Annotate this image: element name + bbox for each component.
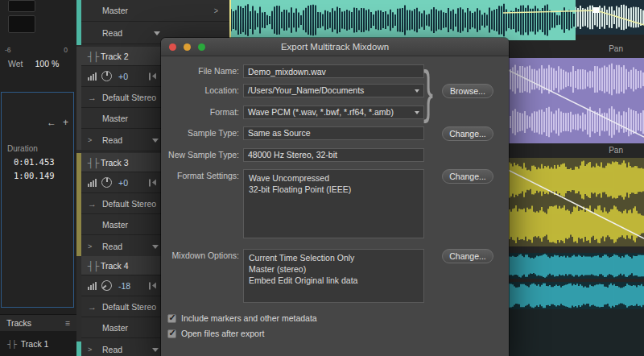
- meter-icon: [88, 72, 97, 81]
- bus-value: Master: [102, 114, 128, 123]
- clip-teal-strip-2[interactable]: [503, 282, 644, 309]
- checkbox-checked-icon: ✓: [167, 329, 176, 338]
- format-settings-label: Format Settings:: [161, 171, 239, 180]
- dialog-title: Export Multitrack Mixdown: [161, 42, 509, 52]
- tracks-panel-header: Tracks ≡: [0, 314, 76, 331]
- format-settings-box: Wave Uncompressed 32-bit Floating Point …: [243, 169, 424, 238]
- chevron-right-icon: >: [88, 136, 92, 144]
- track-name: Track 3: [101, 158, 129, 168]
- automation-mode-value: Read: [102, 345, 122, 354]
- new-sample-type-field: 48000 Hz Stereo, 32-bit: [243, 148, 424, 162]
- browse-button[interactable]: Browse...: [442, 84, 493, 98]
- add-icon[interactable]: +: [63, 117, 68, 128]
- meter-scale: -6 0: [5, 46, 68, 54]
- bus-value: Master: [102, 6, 128, 15]
- mixdown-options-box: Current Time Selection Only Master (ster…: [243, 249, 424, 303]
- dialog-titlebar[interactable]: Export Multitrack Mixdown: [161, 38, 509, 56]
- level-meter: [8, 0, 35, 12]
- format-dropdown[interactable]: Wave PCM (*.wav, *.bwf, *.rf64, *.amb): [243, 106, 424, 119]
- location-label: Location:: [161, 85, 239, 95]
- gain-value[interactable]: +0: [118, 178, 128, 188]
- clip-teal-strip-1[interactable]: [503, 253, 644, 279]
- new-sample-type-label: New Sample Type:: [161, 150, 239, 159]
- format-label: Format:: [161, 107, 239, 117]
- pan-control-icon[interactable]: [149, 72, 156, 80]
- sample-type-field: Same as Source: [243, 126, 424, 140]
- file-name-input[interactable]: [243, 64, 424, 78]
- format-settings-line: Wave Uncompressed: [249, 172, 419, 184]
- track-name: Track 2: [101, 52, 129, 61]
- location-dropdown[interactable]: /Users/Your_Name/Documents: [243, 84, 424, 97]
- mixdown-options-change-button[interactable]: Change...: [442, 249, 493, 263]
- audition-app-window: Pan Pan: [0, 0, 644, 356]
- track-icon: ┤├: [88, 52, 99, 61]
- sample-type-label: Sample Type:: [161, 128, 239, 138]
- checkbox-label: Include markers and other metadata: [181, 313, 317, 323]
- meter-icon: [88, 282, 97, 290]
- waveform: [503, 282, 644, 309]
- output-arrow-icon: →: [88, 93, 97, 102]
- chevron-right-icon: >: [214, 6, 218, 16]
- gain-value[interactable]: -18: [118, 281, 130, 291]
- volume-knob[interactable]: [99, 278, 114, 292]
- format-settings-change-button[interactable]: Change...: [442, 169, 493, 184]
- output-value: Default Stereo: [102, 93, 156, 102]
- mixdown-options-line: Current Time Selection Only: [249, 252, 419, 263]
- chevron-down-icon: [154, 31, 160, 35]
- mixdown-options-line: Embed Edit Original link data: [249, 275, 419, 286]
- meter-icon: [88, 179, 97, 187]
- track-bus-row[interactable]: Master >: [81, 0, 229, 22]
- output-value: Default Stereo: [102, 199, 156, 209]
- duration-label: Duration: [7, 144, 38, 153]
- scale-mark: -6: [5, 46, 11, 54]
- envelope-keyframe: [593, 7, 599, 13]
- pan-control-icon[interactable]: [149, 179, 156, 186]
- chevron-right-icon: >: [88, 346, 92, 354]
- checkbox-label: Open files after export: [181, 329, 264, 338]
- scale-mark: 0: [64, 46, 68, 54]
- track-name: Track 4: [101, 261, 129, 271]
- automation-mode-value: Read: [102, 242, 122, 251]
- volume-envelope[interactable]: [503, 158, 644, 246]
- file-name-label: File Name:: [161, 66, 239, 76]
- bus-value: Master: [102, 220, 128, 230]
- wet-mix-control[interactable]: Wet 100 %: [8, 59, 74, 68]
- sample-type-change-button[interactable]: Change...: [442, 126, 493, 141]
- selection-view-panel: ← + Duration 0:01.453 1:00.149: [1, 92, 74, 308]
- tracks-list-item-track1[interactable]: ┤├ Track 1: [0, 331, 76, 356]
- include-markers-checkbox[interactable]: ✓ Include markers and other metadata: [167, 313, 317, 323]
- output-arrow-icon: →: [88, 302, 97, 312]
- automation-mode-value: Read: [102, 28, 122, 38]
- left-panel: -6 0 Wet 100 % ← + Duration 0:01.453 1:0…: [0, 0, 76, 356]
- track-icon: ┤├: [7, 340, 16, 348]
- menu-icon[interactable]: ≡: [65, 318, 70, 328]
- mixdown-options-line: Master (stereo): [249, 263, 419, 275]
- total-duration-value: 1:00.149: [14, 171, 55, 180]
- volume-envelope[interactable]: [503, 0, 644, 32]
- waveform: [503, 253, 644, 279]
- open-files-checkbox[interactable]: ✓ Open files after export: [167, 329, 264, 338]
- bus-value: Master: [102, 323, 128, 333]
- output-value: Default Stereo: [102, 302, 156, 312]
- clip-yellow[interactable]: [503, 158, 644, 246]
- chevron-right-icon: >: [88, 242, 92, 250]
- checkbox-checked-icon: ✓: [167, 314, 176, 323]
- pan-control-icon[interactable]: [149, 282, 156, 289]
- output-arrow-icon: →: [88, 199, 97, 209]
- track-name: Track 1: [21, 339, 49, 349]
- automation-mode-value: Read: [102, 135, 122, 145]
- volume-envelope[interactable]: [503, 58, 644, 143]
- chevron-down-icon: [152, 348, 159, 352]
- volume-knob[interactable]: [101, 71, 112, 81]
- level-meter: [8, 15, 35, 33]
- pan-label: Pan: [609, 44, 623, 53]
- volume-knob[interactable]: [101, 177, 112, 188]
- clip-purple[interactable]: [503, 58, 644, 143]
- chevron-down-icon: [152, 245, 159, 249]
- back-arrow-icon[interactable]: ←: [47, 117, 56, 128]
- format-settings-line: 32-bit Floating Point (IEEE): [249, 184, 419, 195]
- wet-value[interactable]: 100 %: [35, 59, 59, 68]
- gain-value[interactable]: +0: [118, 72, 128, 81]
- selection-duration-value: 0:01.453: [14, 157, 55, 167]
- tracks-header-label: Tracks: [6, 318, 31, 328]
